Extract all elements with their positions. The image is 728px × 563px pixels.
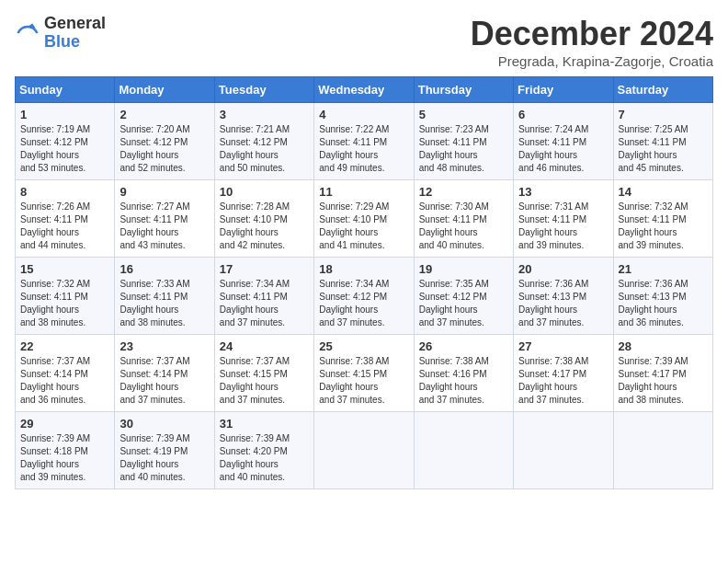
day-number: 4 [319,108,408,121]
day-number: 29 [20,417,109,431]
day-info: Sunrise: 7:37 AMSunset: 4:15 PMDaylight … [220,356,290,405]
day-number: 22 [20,339,109,353]
location-subtitle: Pregrada, Krapina-Zagorje, Croatia [471,53,713,69]
calendar-cell: 31 Sunrise: 7:39 AMSunset: 4:20 PMDaylig… [214,412,313,489]
day-number: 24 [220,339,309,353]
day-info: Sunrise: 7:39 AMSunset: 4:17 PMDaylight … [619,356,688,405]
day-number: 3 [220,108,309,121]
weekday-header-thursday: Thursday [414,77,513,103]
day-number: 28 [619,339,708,353]
calendar-cell: 13 Sunrise: 7:31 AMSunset: 4:11 PMDaylig… [514,180,613,258]
calendar-cell: 24 Sunrise: 7:37 AMSunset: 4:15 PMDaylig… [214,335,313,412]
day-info: Sunrise: 7:36 AMSunset: 4:13 PMDaylight … [619,279,688,327]
weekday-header-saturday: Saturday [613,77,712,103]
day-info: Sunrise: 7:32 AMSunset: 4:11 PMDaylight … [619,201,688,250]
day-info: Sunrise: 7:35 AMSunset: 4:12 PMDaylight … [419,279,489,327]
day-number: 12 [419,185,508,199]
calendar-cell: 21 Sunrise: 7:36 AMSunset: 4:13 PMDaylig… [613,258,712,335]
day-number: 19 [419,262,508,276]
calendar-cell: 2 Sunrise: 7:20 AMSunset: 4:12 PMDayligh… [115,103,214,180]
day-number: 8 [20,185,109,199]
day-number: 14 [619,185,708,199]
weekday-row: SundayMondayTuesdayWednesdayThursdayFrid… [16,77,713,103]
calendar-header: SundayMondayTuesdayWednesdayThursdayFrid… [16,77,713,103]
day-number: 31 [220,417,309,431]
calendar-cell: 20 Sunrise: 7:36 AMSunset: 4:13 PMDaylig… [514,258,613,335]
calendar-cell [414,412,513,489]
calendar-cell: 14 Sunrise: 7:32 AMSunset: 4:11 PMDaylig… [613,180,712,258]
day-info: Sunrise: 7:36 AMSunset: 4:13 PMDaylight … [518,279,588,327]
calendar-cell: 9 Sunrise: 7:27 AMSunset: 4:11 PMDayligh… [115,180,214,258]
calendar-cell: 27 Sunrise: 7:38 AMSunset: 4:17 PMDaylig… [514,335,613,412]
calendar-cell: 30 Sunrise: 7:39 AMSunset: 4:19 PMDaylig… [115,412,214,489]
day-info: Sunrise: 7:37 AMSunset: 4:14 PMDaylight … [119,356,189,405]
calendar-week-1: 1 Sunrise: 7:19 AMSunset: 4:12 PMDayligh… [16,103,713,180]
calendar-cell: 5 Sunrise: 7:23 AMSunset: 4:11 PMDayligh… [414,103,513,180]
day-info: Sunrise: 7:29 AMSunset: 4:10 PMDaylight … [319,201,389,250]
calendar-cell [613,412,712,489]
calendar-cell: 26 Sunrise: 7:38 AMSunset: 4:16 PMDaylig… [414,335,513,412]
month-title: December 2024 [471,15,713,53]
day-info: Sunrise: 7:24 AMSunset: 4:11 PMDaylight … [518,124,588,173]
calendar-cell: 11 Sunrise: 7:29 AMSunset: 4:10 PMDaylig… [314,180,414,258]
day-number: 1 [20,108,109,121]
day-number: 25 [319,339,408,353]
day-number: 21 [619,262,708,276]
day-info: Sunrise: 7:20 AMSunset: 4:12 PMDaylight … [119,124,189,173]
calendar-cell: 17 Sunrise: 7:34 AMSunset: 4:11 PMDaylig… [214,258,313,335]
calendar-cell: 18 Sunrise: 7:34 AMSunset: 4:12 PMDaylig… [314,258,414,335]
day-info: Sunrise: 7:28 AMSunset: 4:10 PMDaylight … [220,201,290,250]
calendar-cell [514,412,613,489]
weekday-header-friday: Friday [514,77,613,103]
calendar-cell: 7 Sunrise: 7:25 AMSunset: 4:11 PMDayligh… [613,103,712,180]
calendar-cell: 12 Sunrise: 7:30 AMSunset: 4:11 PMDaylig… [414,180,513,258]
weekday-header-monday: Monday [115,77,214,103]
calendar-cell: 22 Sunrise: 7:37 AMSunset: 4:14 PMDaylig… [16,335,115,412]
day-number: 20 [518,262,608,276]
day-number: 5 [419,108,508,121]
calendar-cell: 29 Sunrise: 7:39 AMSunset: 4:18 PMDaylig… [16,412,115,489]
logo: General Blue [15,15,106,52]
day-number: 26 [419,339,508,353]
day-number: 16 [119,262,209,276]
day-info: Sunrise: 7:21 AMSunset: 4:12 PMDaylight … [220,124,290,173]
calendar-cell: 1 Sunrise: 7:19 AMSunset: 4:12 PMDayligh… [16,103,115,180]
calendar-week-5: 29 Sunrise: 7:39 AMSunset: 4:18 PMDaylig… [16,412,713,489]
day-info: Sunrise: 7:27 AMSunset: 4:11 PMDaylight … [119,201,189,250]
page-header: General Blue December 2024 Pregrada, Kra… [15,15,713,69]
weekday-header-tuesday: Tuesday [214,77,313,103]
day-info: Sunrise: 7:25 AMSunset: 4:11 PMDaylight … [619,124,688,173]
day-info: Sunrise: 7:34 AMSunset: 4:12 PMDaylight … [319,279,389,327]
logo-blue-text: Blue [44,33,106,52]
day-number: 10 [220,185,309,199]
calendar-cell: 10 Sunrise: 7:28 AMSunset: 4:10 PMDaylig… [214,180,313,258]
calendar-cell: 3 Sunrise: 7:21 AMSunset: 4:12 PMDayligh… [214,103,313,180]
calendar-cell: 19 Sunrise: 7:35 AMSunset: 4:12 PMDaylig… [414,258,513,335]
calendar-body: 1 Sunrise: 7:19 AMSunset: 4:12 PMDayligh… [16,103,713,489]
day-number: 6 [518,108,608,121]
calendar-table: SundayMondayTuesdayWednesdayThursdayFrid… [15,76,713,489]
day-info: Sunrise: 7:37 AMSunset: 4:14 PMDaylight … [20,356,90,405]
day-info: Sunrise: 7:38 AMSunset: 4:16 PMDaylight … [419,356,489,405]
day-info: Sunrise: 7:26 AMSunset: 4:11 PMDaylight … [20,201,90,250]
day-info: Sunrise: 7:23 AMSunset: 4:11 PMDaylight … [419,124,489,173]
day-info: Sunrise: 7:38 AMSunset: 4:17 PMDaylight … [518,356,588,405]
day-info: Sunrise: 7:22 AMSunset: 4:11 PMDaylight … [319,124,389,173]
calendar-cell: 25 Sunrise: 7:38 AMSunset: 4:15 PMDaylig… [314,335,414,412]
day-number: 7 [619,108,708,121]
logo-icon [15,20,40,46]
day-info: Sunrise: 7:30 AMSunset: 4:11 PMDaylight … [419,201,489,250]
logo-general-text: General [44,15,106,33]
day-number: 9 [119,185,209,199]
day-number: 23 [119,339,209,353]
calendar-week-3: 15 Sunrise: 7:32 AMSunset: 4:11 PMDaylig… [16,258,713,335]
calendar-cell: 28 Sunrise: 7:39 AMSunset: 4:17 PMDaylig… [613,335,712,412]
day-info: Sunrise: 7:33 AMSunset: 4:11 PMDaylight … [119,279,189,327]
calendar-cell: 23 Sunrise: 7:37 AMSunset: 4:14 PMDaylig… [115,335,214,412]
day-info: Sunrise: 7:32 AMSunset: 4:11 PMDaylight … [20,279,90,327]
day-info: Sunrise: 7:19 AMSunset: 4:12 PMDaylight … [20,124,90,173]
day-info: Sunrise: 7:39 AMSunset: 4:20 PMDaylight … [220,433,290,482]
calendar-cell: 16 Sunrise: 7:33 AMSunset: 4:11 PMDaylig… [115,258,214,335]
day-number: 17 [220,262,309,276]
day-info: Sunrise: 7:39 AMSunset: 4:18 PMDaylight … [20,433,90,482]
